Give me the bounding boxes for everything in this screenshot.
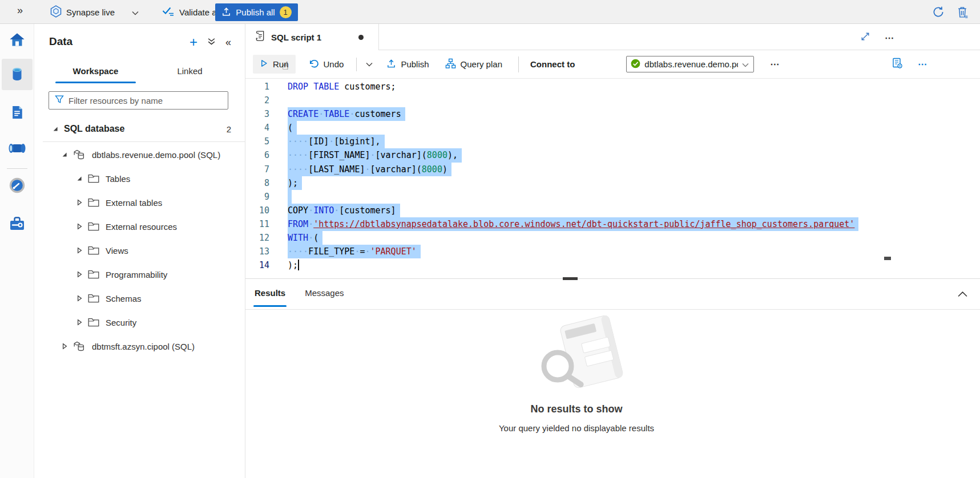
caret-collapsed-icon[interactable]	[75, 199, 83, 206]
branch-selector[interactable]: Synapse live	[50, 0, 139, 24]
tree-item[interactable]: Programmability	[34, 262, 245, 286]
no-results-illustration	[522, 385, 631, 395]
collapse-panel-icon[interactable]: «	[225, 37, 231, 48]
data-panel: Data + « Workspace Linked SQL database2d…	[34, 24, 245, 478]
tree-item[interactable]: Tables	[34, 167, 245, 191]
collapse-all-icon[interactable]	[207, 37, 216, 48]
script-properties-icon[interactable]	[892, 58, 903, 71]
code-line[interactable]: 13····FILE_TYPE·=·'PARQUET'	[245, 245, 892, 258]
folder-icon	[88, 222, 99, 231]
data-panel-tabs: Workspace Linked	[49, 59, 237, 83]
code-line[interactable]: 1DROP TABLE customers;	[245, 80, 892, 94]
tree-item[interactable]: External tables	[34, 191, 245, 214]
connect-to-label: Connect to	[530, 59, 575, 69]
tree-item[interactable]: SQL database2	[34, 117, 245, 141]
code-line[interactable]: 6····[FIRST_NAME]·[varchar](8000),	[245, 148, 892, 162]
line-number: 12	[253, 231, 269, 245]
code-line[interactable]: 2	[245, 94, 892, 107]
publish-all-button[interactable]: Publish all 1	[215, 3, 298, 21]
caret-collapsed-icon[interactable]	[75, 223, 83, 230]
publish-button[interactable]: Publish	[380, 55, 435, 74]
tree-item-label: Programmability	[106, 270, 167, 279]
caret-expanded-icon[interactable]	[75, 176, 83, 181]
empty-results-state: No results to show Your query yielded no…	[245, 313, 980, 433]
undo-button[interactable]: Undo	[301, 55, 351, 74]
filter-input[interactable]	[68, 96, 228, 106]
caret-collapsed-icon[interactable]	[75, 247, 83, 254]
editor-toolbar: Run Undo Publish	[245, 50, 980, 79]
chevron-down-icon	[742, 59, 749, 69]
tree-item[interactable]: Schemas	[34, 286, 245, 310]
sql-script-tab[interactable]: SQL script 1	[245, 24, 379, 50]
line-number: 8	[253, 176, 269, 190]
tree-item[interactable]: Security	[34, 310, 245, 334]
query-plan-icon	[445, 58, 456, 71]
code-line[interactable]: 5····[ID]·[bigint],	[245, 135, 892, 148]
empty-results-title: No results to show	[245, 403, 908, 415]
undo-label: Undo	[324, 59, 344, 69]
tree-item[interactable]: Views	[34, 238, 245, 262]
tree-item-label: Views	[106, 246, 128, 256]
synapse-hexagon-icon	[50, 5, 62, 19]
folder-icon	[88, 318, 99, 327]
toolbar-more-icon[interactable]: ⋯	[918, 59, 927, 70]
undo-redo-dropdown[interactable]	[362, 58, 376, 71]
add-resource-icon[interactable]: +	[189, 37, 197, 48]
query-plan-button[interactable]: Query plan	[438, 54, 509, 75]
tab-results[interactable]: Results	[251, 280, 289, 309]
code-editor[interactable]: 1DROP TABLE customers;23CREATE·TABLE·cus…	[245, 79, 892, 278]
data-icon[interactable]	[7, 64, 27, 84]
code-line[interactable]: 3CREATE·TABLE·customers	[245, 107, 892, 121]
results-divider	[245, 309, 980, 310]
toolbar-separator	[518, 56, 519, 72]
connection-dropdown[interactable]: dbtlabs.revenue.demo.pool	[626, 56, 754, 72]
editor-overview-ruler[interactable]	[884, 79, 892, 278]
collapse-results-icon[interactable]	[958, 289, 967, 299]
results-panel: Results Messages	[245, 280, 980, 459]
code-line[interactable]: 14);	[245, 258, 892, 272]
integrate-icon[interactable]	[7, 139, 27, 158]
line-number: 1	[253, 80, 269, 94]
empty-results-subtitle: Your query yielded no displayable result…	[245, 423, 908, 433]
manage-icon[interactable]	[7, 214, 27, 233]
caret-collapsed-icon[interactable]	[75, 271, 83, 278]
tab-more-actions-icon[interactable]: ⋯	[885, 33, 894, 43]
caret-collapsed-icon[interactable]	[75, 319, 83, 326]
text-cursor	[298, 260, 299, 270]
tree-item[interactable]: External resources	[34, 214, 245, 238]
monitor-icon[interactable]	[7, 176, 27, 195]
home-icon[interactable]	[7, 30, 27, 50]
code-line[interactable]: 4(	[245, 121, 892, 135]
tree-item[interactable]: dbtmsft.azsyn.cipool (SQL)	[34, 334, 245, 358]
caret-expanded-icon[interactable]	[61, 152, 68, 157]
line-number: 4	[253, 121, 269, 135]
publish-all-label: Publish all	[236, 7, 275, 17]
collapse-rail-icon[interactable]: »	[17, 5, 23, 17]
connection-more-icon[interactable]: ⋯	[770, 59, 780, 70]
expand-editor-icon[interactable]	[861, 32, 870, 43]
mouse-cursor-hand: ☝	[282, 59, 289, 72]
develop-icon[interactable]	[7, 103, 27, 122]
code-line[interactable]: 10COPY·INTO·[customers]	[245, 204, 892, 217]
code-line[interactable]: 11FROM·'https://dbtlabsynapsedatalake.bl…	[245, 217, 892, 231]
publish-icon	[386, 59, 396, 70]
caret-collapsed-icon[interactable]	[61, 343, 68, 350]
publish-label: Publish	[401, 59, 429, 69]
code-line[interactable]: 7····[LAST_NAME]·[varchar](8000)	[245, 163, 892, 176]
scrollbar-thumb[interactable]	[884, 257, 891, 260]
validate-all-button[interactable]: Validate all	[162, 0, 220, 24]
tab-messages[interactable]: Messages	[301, 280, 347, 309]
tree-item[interactable]: dbtlabs.revenue.demo.pool (SQL)	[34, 143, 245, 167]
code-line[interactable]: 8);	[245, 176, 892, 190]
caret-expanded-icon[interactable]	[51, 126, 59, 132]
run-button[interactable]: Run	[253, 55, 296, 74]
data-panel-title: Data	[49, 35, 72, 48]
refresh-icon[interactable]	[932, 6, 945, 21]
code-line[interactable]: 12WITH·(	[245, 231, 892, 245]
tab-workspace[interactable]: Workspace	[49, 59, 143, 83]
tab-linked[interactable]: Linked	[143, 59, 237, 83]
code-line[interactable]: 9	[245, 190, 892, 204]
line-number: 13	[253, 245, 269, 258]
trash-icon[interactable]	[957, 6, 969, 21]
caret-collapsed-icon[interactable]	[75, 295, 83, 302]
